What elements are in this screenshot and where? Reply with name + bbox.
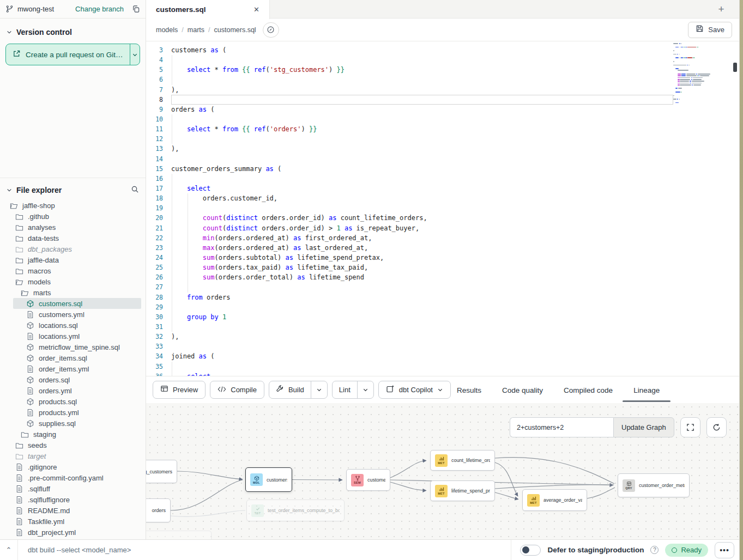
dbt-copilot-button[interactable]: dbt Copilot [378,381,451,399]
code-line-5[interactable]: 5 select * from {{ ref('stg_customers') … [146,65,673,75]
lineage-node-customers[interactable]: SEMcustomers [346,469,390,491]
lineage-node-orders[interactable]: orders [146,498,171,522]
tree-item-locations.yml[interactable]: locations.yml [0,331,146,342]
tree-item-analyses[interactable]: analyses [0,222,146,233]
tree-item-dbt_packages[interactable]: dbt_packages [0,244,146,254]
fullscreen-button[interactable] [680,417,700,437]
code-line-28[interactable]: 28 from orders [146,293,673,302]
tree-item-jaffle-data[interactable]: jaffle-data [0,254,146,265]
copy-icon[interactable] [132,5,140,13]
code-line-6[interactable]: 6 [146,75,673,84]
code-line-24[interactable]: 24 sum(orders.subtotal) as lifetime_spen… [146,253,673,263]
tree-item-locations.sql[interactable]: locations.sql [0,320,146,331]
lineage-node-average_order_value[interactable]: METaverage_order_value [522,489,587,511]
tree-item-orders.sql[interactable]: orders.sql [0,374,146,385]
tree-item-.sqlfluff[interactable]: .sqlfluff [0,483,146,494]
lint-button[interactable]: Lint [333,381,357,398]
code-line-10[interactable]: 10 [146,114,673,124]
code-line-17[interactable]: 17 select [146,184,673,193]
cli-command[interactable]: dbt build --select <model_name> [28,546,131,554]
tree-item-taskfile.yml[interactable]: Taskfile.yml [0,516,146,527]
lineage-node-customer_order_metrics[interactable]: QRYcustomer_order_metrics [618,473,690,497]
lineage-node-count_lifetime_orders[interactable]: METcount_lifetime_orders [430,450,495,471]
tree-item-supplies.sql[interactable]: supplies.sql [0,418,146,429]
scrollbar-thumb[interactable] [733,63,737,72]
tree-item-metricflow_time_spine.sql[interactable]: metricflow_time_spine.sql [0,342,146,352]
version-control-section[interactable]: Version control [0,26,146,38]
code-line-23[interactable]: 23 max(orders.ordered_at) as last_ordere… [146,243,673,253]
lineage-node-stg_customers[interactable]: stg_customers [146,460,177,483]
breadcrumb-models[interactable]: models [156,26,178,34]
lineage-node-customers[interactable]: MDLcustomers [245,467,292,492]
code-line-29[interactable]: 29 [146,302,673,312]
refresh-button[interactable] [706,417,727,437]
build-dropdown-button[interactable] [311,381,327,398]
tree-item-.gitignore[interactable]: .gitignore [0,461,146,472]
breadcrumb-file[interactable]: customers.sql [214,26,256,34]
tree-item-macros[interactable]: macros [0,265,146,276]
update-graph-button[interactable]: Update Graph [613,417,674,437]
tree-item-models[interactable]: models [0,276,146,287]
tree-item-orders.yml[interactable]: orders.yml [0,385,146,396]
close-icon[interactable]: ✕ [251,4,262,15]
preview-button[interactable]: Preview [153,381,206,399]
code-line-35[interactable]: 35 [146,362,673,372]
tree-item-.sqlfluffignore[interactable]: .sqlfluffignore [0,494,146,505]
code-line-12[interactable]: 12 [146,134,673,144]
lint-dropdown-button[interactable] [357,381,373,398]
code-line-20[interactable]: 20 count(distinct orders.order_id) as co… [146,213,673,223]
create-pr-dropdown-button[interactable] [130,44,140,65]
code-line-31[interactable]: 31 [146,322,673,332]
code-line-18[interactable]: 18 orders.customer_id, [146,193,673,203]
tree-item-customers.sql[interactable]: customers.sql [0,298,146,309]
tree-item-seeds[interactable]: seeds [0,440,146,451]
chevron-up-icon[interactable]: ⌃ [0,540,18,560]
code-line-3[interactable]: 3customers as ( [146,45,673,55]
new-tab-button[interactable]: + [711,0,731,19]
code-line-26[interactable]: 26 sum(orders.order_total) as lifetime_s… [146,272,673,282]
build-button[interactable]: Build [269,381,311,398]
code-line-16[interactable]: 16 [146,174,673,184]
code-line-9[interactable]: 9orders as ( [146,105,673,114]
tree-item-dbt_project.yml[interactable]: dbt_project.yml [0,527,146,538]
code-line-15[interactable]: 15customer_orders_summary as ( [146,164,673,174]
code-line-11[interactable]: 11 select * from {{ ref('orders') }} [146,124,673,134]
code-line-4[interactable]: 4 [146,55,673,65]
tree-item-target[interactable]: target [0,451,146,461]
change-branch-link[interactable]: Change branch [75,5,124,13]
tree-item-order_items.sql[interactable]: order_items.sql [0,352,146,363]
tree-item-.pre-commit-config.yaml[interactable]: .pre-commit-config.yaml [0,472,146,483]
tree-item-.github[interactable]: .github [0,211,146,222]
docs-compass-button[interactable] [263,22,279,38]
code-line-34[interactable]: 34joined as ( [146,351,673,361]
create-pr-button[interactable]: Create a pull request on Git… [6,44,130,65]
tree-item-customers.yml[interactable]: customers.yml [0,309,146,320]
tab-results[interactable]: Results [457,376,481,404]
defer-toggle[interactable] [520,545,541,556]
code-line-13[interactable]: 13), [146,144,673,154]
code-line-21[interactable]: 21 count(distinct orders.order_id) > 1 a… [146,223,673,233]
tree-item-jaffle-shop[interactable]: jaffle-shop [0,200,146,211]
code-lines[interactable]: 3customers as (45 select * from {{ ref('… [146,41,673,376]
lineage-node-test_order_items_compute_to_bools[interactable]: TSTtest_order_items_compute_to_bools… [246,500,345,521]
code-line-36[interactable]: 36 select [146,372,673,376]
editor-scrollbar[interactable] [733,41,738,376]
tree-item-staging[interactable]: staging [0,429,146,440]
breadcrumb-marts[interactable]: marts [188,26,204,34]
tree-item-marts[interactable]: marts [0,287,146,298]
help-icon[interactable]: ? [650,546,659,554]
tree-item-order_items.yml[interactable]: order_items.yml [0,363,146,374]
minimap[interactable] [673,42,730,104]
search-icon[interactable] [131,185,139,196]
more-options-button[interactable]: ••• [715,542,734,558]
save-button[interactable]: Save [688,22,732,38]
tree-item-products.yml[interactable]: products.yml [0,407,146,418]
code-line-14[interactable]: 14 [146,154,673,164]
code-line-7[interactable]: 7), [146,85,673,95]
lineage-node-lifetime_spend_pretax[interactable]: METlifetime_spend_pretax [430,480,495,501]
code-line-33[interactable]: 33 [146,342,673,351]
tab-compiled-code[interactable]: Compiled code [564,376,613,404]
code-line-27[interactable]: 27 [146,282,673,292]
tree-item-data-tests[interactable]: data-tests [0,233,146,244]
code-line-19[interactable]: 19 [146,203,673,213]
